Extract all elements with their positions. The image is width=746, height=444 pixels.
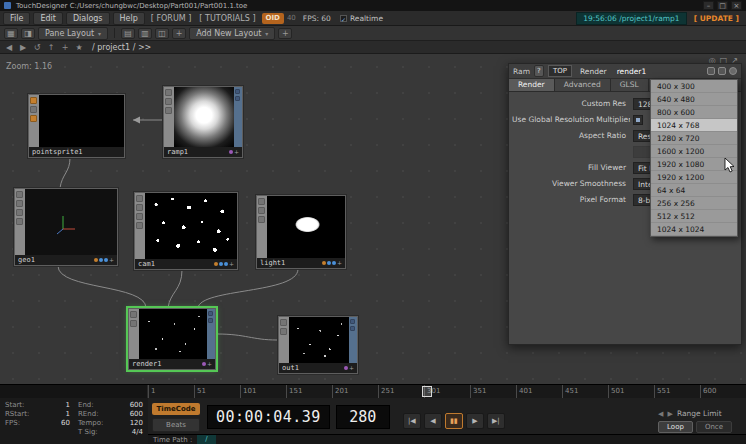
add-flag-icon[interactable]: +: [207, 362, 212, 366]
realtime-checkbox[interactable]: ✓: [340, 15, 347, 22]
gear-icon[interactable]: [729, 67, 737, 75]
node-out1[interactable]: out1+: [278, 316, 358, 374]
bypass-flag-icon[interactable]: [16, 200, 23, 207]
bypass-flag-icon[interactable]: [280, 328, 287, 335]
resolution-option[interactable]: 256 x 256: [651, 197, 737, 210]
perform-toggle[interactable]: OID: [262, 13, 284, 24]
node-viewer[interactable]: [267, 196, 345, 258]
node-flags[interactable]: [164, 87, 174, 147]
timeline-field[interactable]: Start:1: [5, 401, 70, 410]
pane-preset-1-icon[interactable]: ▤: [121, 28, 135, 39]
step-back-button[interactable]: ◀: [424, 413, 442, 429]
param-tab[interactable]: GLSL: [611, 79, 649, 91]
node-ramp1[interactable]: ramp1+: [163, 86, 243, 158]
timeline-field[interactable]: T Sig:4/4: [78, 428, 143, 437]
node-viewer[interactable]: [145, 193, 237, 259]
viewer-flag-icon[interactable]: [30, 97, 37, 104]
comment-icon[interactable]: [707, 67, 715, 75]
node-flags[interactable]: [257, 196, 267, 258]
render-flag-icon[interactable]: [16, 209, 23, 216]
ruler-ticks[interactable]: 151101151201251301351401451501551600: [148, 385, 746, 398]
color-dot[interactable]: [229, 150, 233, 154]
resolution-option[interactable]: 64 x 64: [651, 184, 737, 197]
node-render1[interactable]: render1+: [128, 308, 216, 370]
menu-item[interactable]: Edit: [33, 12, 63, 25]
menu-link[interactable]: [ TUTORIALS ]: [196, 14, 258, 23]
param-tab[interactable]: Render: [509, 79, 555, 91]
add-flag-icon[interactable]: +: [109, 258, 114, 262]
resolution-option[interactable]: 512 x 512: [651, 210, 737, 223]
add-flag-icon[interactable]: +: [229, 262, 234, 266]
skip-to-end-button[interactable]: ▶|: [487, 413, 505, 429]
param-tab[interactable]: Advanced: [555, 79, 611, 91]
node-flags[interactable]: [129, 309, 139, 359]
lock-flag-icon[interactable]: [165, 107, 172, 114]
node-geo1[interactable]: geo1+: [14, 188, 118, 266]
timeline-ruler[interactable]: 151101151201251301351401451501551600: [0, 384, 746, 398]
param-drag-label[interactable]: Ram: [513, 67, 530, 76]
timeline-field[interactable]: RStart:1: [5, 410, 70, 419]
add-new-layout-dropdown[interactable]: Add New Layout ▾: [189, 27, 275, 40]
playhead[interactable]: [422, 386, 432, 397]
layout-grid-icon[interactable]: ▦: [4, 28, 18, 39]
add-pane-icon[interactable]: +: [172, 28, 186, 39]
display-flag-strip[interactable]: [207, 309, 215, 359]
timecode-button[interactable]: TimeCode: [152, 403, 200, 415]
color-dot[interactable]: [344, 366, 348, 370]
viewer-flag-icon[interactable]: [280, 319, 287, 326]
viewer-flag-icon[interactable]: [165, 89, 172, 96]
add-layout-icon[interactable]: +: [278, 28, 292, 39]
close-button[interactable]: ×: [731, 1, 742, 10]
pane-preset-2-icon[interactable]: ▥: [138, 28, 152, 39]
viewer-flag-icon[interactable]: [16, 191, 23, 198]
network-editor[interactable]: Zoom: 1.16 ◎ □ ↗: [0, 54, 746, 384]
add-flag-icon[interactable]: +: [337, 261, 342, 265]
color-dot[interactable]: [322, 261, 326, 265]
play-button[interactable]: ▶: [466, 413, 484, 429]
add-flag-icon[interactable]: +: [234, 150, 239, 154]
copy-icon[interactable]: [718, 67, 726, 75]
timeline-field[interactable]: [5, 428, 70, 437]
resolution-option[interactable]: 1280 x 720: [651, 132, 737, 145]
pane-layout-dropdown[interactable]: Pane Layout ▾: [38, 27, 108, 40]
beats-button[interactable]: Beats: [152, 418, 200, 432]
color-dot[interactable]: [94, 258, 98, 262]
help-icon[interactable]: ?: [534, 65, 544, 77]
split-pane-icon[interactable]: ◨: [21, 28, 35, 39]
update-button[interactable]: [ UPDATE ]: [690, 14, 743, 23]
resolution-option[interactable]: 640 x 480: [651, 93, 737, 106]
color-dot[interactable]: [327, 261, 331, 265]
time-path-value[interactable]: /: [197, 435, 215, 444]
node-viewer[interactable]: [174, 87, 234, 147]
bookmark-star-icon[interactable]: ★: [73, 43, 85, 52]
loop-button[interactable]: Loop: [658, 421, 693, 433]
timeline-field[interactable]: REnd:600: [78, 410, 143, 419]
color-dot[interactable]: [99, 258, 103, 262]
once-button[interactable]: Once: [696, 421, 732, 433]
display-flag-strip[interactable]: [349, 317, 357, 363]
parent-up-icon[interactable]: ↑: [45, 43, 57, 52]
node-flags[interactable]: [279, 317, 289, 363]
maximize-button[interactable]: □: [717, 1, 728, 10]
bypass-flag-icon[interactable]: [165, 98, 172, 105]
display-flag-strip[interactable]: [234, 87, 242, 147]
timeline-field[interactable]: FPS:60: [5, 419, 70, 428]
frame-display[interactable]: 280: [336, 405, 390, 429]
back-icon[interactable]: ◀: [3, 43, 15, 52]
breadcrumb[interactable]: / project1 / >>: [92, 43, 151, 52]
node-light1[interactable]: light1+: [256, 195, 346, 269]
bypass-flag-icon[interactable]: [136, 204, 143, 211]
resolution-option[interactable]: 1024 x 768: [651, 119, 737, 132]
menu-item[interactable]: File: [3, 12, 30, 25]
display-flag-icon[interactable]: [136, 222, 143, 229]
node-flags[interactable]: [15, 189, 25, 255]
color-dot[interactable]: [202, 362, 206, 366]
node-viewer[interactable]: [139, 309, 207, 359]
op-name-field[interactable]: render1: [617, 67, 647, 76]
realtime-toggle[interactable]: ✓ Realtime: [340, 14, 383, 23]
color-dot[interactable]: [224, 262, 228, 266]
menu-item[interactable]: Help: [113, 12, 145, 25]
pause-button[interactable]: ▮▮: [445, 413, 463, 429]
resolution-option[interactable]: 400 x 300: [651, 80, 737, 93]
minimize-button[interactable]: –: [703, 1, 714, 10]
